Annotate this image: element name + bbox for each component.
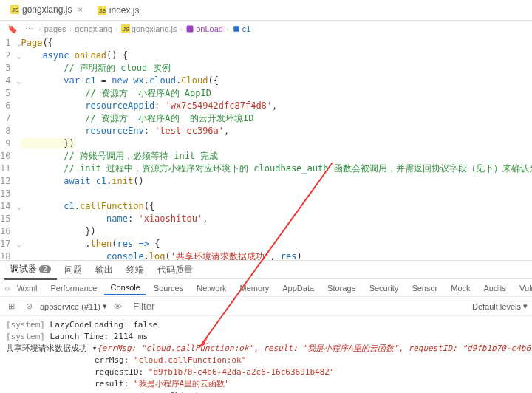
stab-security[interactable]: Security bbox=[364, 281, 405, 295]
stab-sensor[interactable]: Sensor bbox=[406, 281, 443, 295]
crumb-method[interactable]: onLoad bbox=[185, 24, 223, 33]
stab-storage[interactable]: Storage bbox=[321, 281, 362, 295]
line-numbers: 1 2 3 4 5 6 7 8 9 10 11 12 13 14 15 16 1… bbox=[0, 37, 16, 260]
chevron-down-icon: ▾ bbox=[103, 301, 107, 311]
bookmark-icon[interactable]: 🔖 bbox=[6, 22, 19, 35]
breadcrumb: 🔖 ⋯ › pages › gongxiang › JSgongxiang.js… bbox=[0, 21, 532, 37]
chevron-down-icon: ▾ bbox=[523, 301, 528, 311]
log-field: errMsg: bbox=[95, 355, 134, 365]
stab-audits[interactable]: Audits bbox=[478, 281, 513, 295]
editor-tabs: JS gongxiang.js × JS index.js bbox=[0, 0, 532, 21]
log-field: result: bbox=[95, 379, 134, 389]
crumb-file[interactable]: JSgongxiang.js bbox=[121, 24, 177, 33]
inspect-icon[interactable]: ⟐ bbox=[4, 281, 10, 295]
crumb-pages[interactable]: pages bbox=[44, 24, 66, 33]
close-icon[interactable]: × bbox=[78, 5, 82, 14]
editor[interactable]: 1 2 3 4 5 6 7 8 9 10 11 12 13 14 15 16 1… bbox=[0, 37, 532, 260]
devtool-tabs: ⟐ Wxml Performance Console Sources Netwo… bbox=[0, 279, 532, 297]
svg-text:JS: JS bbox=[12, 7, 18, 13]
crumb-var[interactable]: c1 bbox=[232, 24, 251, 33]
levels-select[interactable]: Default levels ▾ bbox=[472, 301, 528, 311]
filter-input[interactable] bbox=[129, 298, 248, 314]
console-output[interactable]: [system] LazyCodeLoading: false [system]… bbox=[0, 316, 532, 393]
stab-console[interactable]: Console bbox=[104, 281, 146, 295]
stab-wxml[interactable]: Wxml bbox=[11, 281, 44, 295]
console-toolbar: ⊞ ⊘ appservice (#11) ▾ 👁 Default levels … bbox=[0, 297, 532, 316]
ptab-quality[interactable]: 代码质量 bbox=[151, 261, 199, 279]
tab-gongxiang[interactable]: JS gongxiang.js × bbox=[3, 1, 90, 18]
tab-label: index.js bbox=[109, 5, 140, 16]
tab-index[interactable]: JS index.js bbox=[90, 2, 147, 18]
svg-text:JS: JS bbox=[99, 7, 106, 14]
stab-memory[interactable]: Memory bbox=[234, 281, 276, 295]
eye-icon[interactable]: 👁 bbox=[112, 300, 125, 313]
panel-tabs: 调试器 2 问题 输出 终端 代码质量 bbox=[0, 260, 532, 279]
clear-icon[interactable]: ⊘ bbox=[22, 300, 35, 313]
code-area[interactable]: Page({ async onLoad() { // 声明新的 cloud 实例… bbox=[21, 37, 532, 260]
stab-mock[interactable]: Mock bbox=[445, 281, 476, 295]
svg-text:JS: JS bbox=[123, 26, 129, 33]
svg-rect-7 bbox=[233, 26, 239, 32]
more-icon[interactable]: ⋯ bbox=[22, 22, 35, 35]
log-field: requestID: bbox=[95, 367, 149, 377]
ptab-output[interactable]: 输出 bbox=[89, 261, 119, 279]
stab-perf[interactable]: Performance bbox=[45, 281, 103, 295]
js-icon: JS bbox=[10, 5, 19, 14]
ptab-terminal[interactable]: 终端 bbox=[120, 261, 150, 279]
stab-sources[interactable]: Sources bbox=[148, 281, 189, 295]
crumb-folder[interactable]: gongxiang bbox=[75, 24, 112, 33]
ptab-debug[interactable]: 调试器 2 bbox=[4, 260, 57, 280]
toggle-drawer-icon[interactable]: ⊞ bbox=[4, 300, 18, 313]
tab-label: gongxiang.js bbox=[22, 4, 72, 15]
js-icon: JS bbox=[98, 6, 106, 15]
ptab-issues[interactable]: 问题 bbox=[58, 261, 88, 279]
stab-network[interactable]: Network bbox=[191, 281, 232, 295]
stab-vuln[interactable]: Vulnerability bbox=[514, 281, 532, 295]
svg-rect-6 bbox=[187, 26, 194, 33]
stab-appdata[interactable]: AppData bbox=[276, 281, 320, 295]
scope-select[interactable]: appservice (#11) ▾ bbox=[40, 301, 107, 311]
